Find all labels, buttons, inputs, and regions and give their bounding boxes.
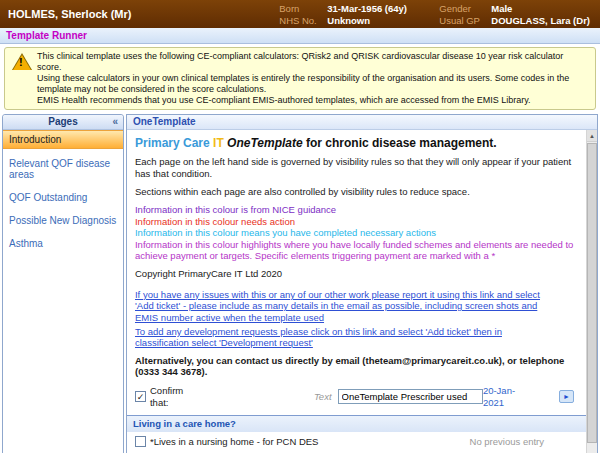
pages-header-label: Pages bbox=[48, 116, 77, 127]
text-field-label: Text bbox=[314, 391, 332, 402]
legend-completed-actions: Information in this colour means you hav… bbox=[135, 227, 578, 238]
legend-needs-action: Information in this colour needs action bbox=[135, 216, 578, 227]
vertical-scrollbar[interactable]: ▲ bbox=[586, 130, 597, 453]
template-runner-titlebar: Template Runner bbox=[0, 28, 600, 44]
panel-title: OneTemplate bbox=[133, 116, 196, 127]
copyright-text: Copyright PrimaryCare IT Ltd 2020 bbox=[135, 268, 578, 279]
nursing-home-checkbox[interactable] bbox=[135, 436, 146, 447]
calculator-warning-box: ! This clinical template uses the follow… bbox=[4, 47, 596, 110]
sidebar-item-asthma[interactable]: Asthma bbox=[3, 232, 123, 255]
confirm-label: Confirm that: bbox=[150, 385, 194, 408]
brand-primary-care: Primary Care bbox=[135, 136, 210, 150]
onetemplate-panel: OneTemplate ▲ Primary Care IT OneTemplat… bbox=[126, 114, 598, 453]
gender-value: Male bbox=[491, 3, 590, 14]
care-home-row: *Lives in a nursing home - for PCN DES N… bbox=[135, 434, 578, 449]
intro-paragraph-2: Sections within each page are also contr… bbox=[135, 186, 578, 197]
sidebar-item-qof-outstanding[interactable]: QOF Outstanding bbox=[3, 186, 123, 209]
scrollbar-up-icon[interactable]: ▲ bbox=[587, 130, 597, 142]
sidebar-item-introduction[interactable]: Introduction bbox=[3, 130, 123, 149]
usual-gp-label: Usual GP bbox=[439, 15, 491, 26]
scrollbar-thumb[interactable] bbox=[587, 143, 597, 443]
sidebar-item-possible-new-diagnosis[interactable]: Possible New Diagnosis bbox=[3, 209, 123, 232]
heading-suffix: for chronic disease management. bbox=[303, 136, 497, 150]
warning-line-2: Using these calculators in your own clin… bbox=[37, 73, 587, 95]
gender-label: Gender bbox=[439, 3, 491, 14]
warning-line-3: EMIS Health recommends that you use CE-c… bbox=[37, 95, 587, 106]
template-runner-title: Template Runner bbox=[6, 30, 87, 41]
confirm-run-button[interactable]: ► bbox=[559, 390, 574, 403]
contact-text: Alternatively, you can contact us direct… bbox=[135, 355, 578, 378]
patient-demographics: Born 31-Mar-1956 (64y) Gender Male NHS N… bbox=[279, 3, 600, 26]
patient-banner: HOLMES, Sherlock (Mr) Born 31-Mar-1956 (… bbox=[0, 0, 600, 28]
section-care-home-header: Living in a care home? bbox=[127, 415, 586, 431]
nhs-number-label: NHS No. bbox=[279, 15, 327, 26]
collapse-sidebar-icon[interactable]: « bbox=[112, 116, 118, 127]
panel-header: OneTemplate bbox=[127, 115, 597, 130]
product-name: OneTemplate bbox=[227, 136, 303, 150]
pages-header: Pages « bbox=[3, 115, 123, 130]
warning-line-1: This clinical template uses the followin… bbox=[37, 51, 587, 73]
born-label: Born bbox=[279, 3, 327, 14]
development-request-link[interactable]: To add any development requests please c… bbox=[135, 326, 547, 349]
no-previous-entry: No previous entry bbox=[470, 436, 544, 447]
warning-exclamation: ! bbox=[19, 56, 23, 69]
confirm-date: 20-Jan-2021 bbox=[483, 385, 526, 408]
intro-paragraph-1: Each page on the left hand side is gover… bbox=[135, 156, 578, 179]
report-issue-link[interactable]: If you have any issues with this or any … bbox=[135, 289, 547, 323]
patient-name: HOLMES, Sherlock (Mr) bbox=[0, 8, 279, 20]
template-heading: Primary Care IT OneTemplate for chronic … bbox=[135, 136, 578, 150]
panel-body: Primary Care IT OneTemplate for chronic … bbox=[127, 130, 586, 453]
brand-it: IT bbox=[213, 136, 224, 150]
workspace: Pages « Introduction Relevant QOF diseas… bbox=[0, 112, 600, 453]
legend-nice-guidance: Information in this colour is from NICE … bbox=[135, 204, 578, 215]
confirm-checkbox[interactable]: ✓ bbox=[135, 391, 146, 402]
nursing-home-label: *Lives in a nursing home - for PCN DES bbox=[150, 436, 318, 447]
usual-gp-value: DOUGLASS, Lara (Dr) bbox=[491, 15, 590, 26]
sidebar-item-relevant-qof-disease-areas[interactable]: Relevant QOF disease areas bbox=[3, 152, 123, 186]
confirm-text-input[interactable] bbox=[338, 389, 483, 404]
born-value: 31-Mar-1956 (64y) bbox=[327, 3, 439, 14]
pages-sidebar: Pages « Introduction Relevant QOF diseas… bbox=[2, 114, 124, 453]
colour-legend: Information in this colour is from NICE … bbox=[135, 204, 578, 261]
nhs-number-value: Unknown bbox=[327, 15, 439, 26]
confirm-row: ✓ Confirm that: Text 20-Jan-2021 ► bbox=[135, 383, 578, 410]
legend-locally-funded: Information in this colour highlights wh… bbox=[135, 239, 578, 262]
